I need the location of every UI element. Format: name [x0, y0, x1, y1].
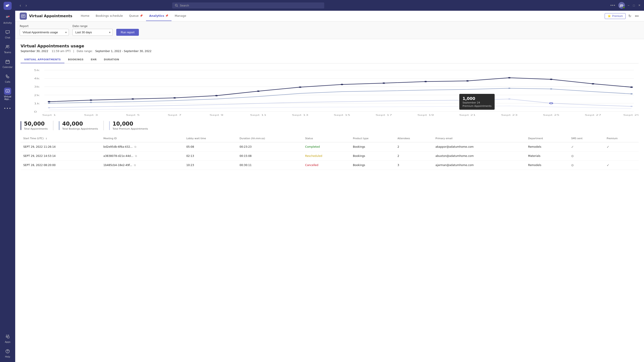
sidebar-label-apps: Apps: [5, 341, 10, 343]
tab-bookings[interactable]: BOOKINGS: [64, 56, 87, 63]
svg-text:5k: 5k: [34, 69, 40, 71]
svg-point-52: [592, 83, 594, 84]
queue-pin-icon: 📌: [140, 14, 143, 17]
more-options-button[interactable]: •••: [610, 2, 616, 8]
nav-item-analytics[interactable]: Analytics 📌: [146, 11, 172, 21]
minimize-button[interactable]: −: [627, 3, 630, 8]
sidebar-item-apps[interactable]: Apps: [0, 331, 15, 345]
copy-icon-3[interactable]: ⧉: [134, 164, 136, 167]
sidebar-item-virtual-app[interactable]: Virtual App...: [0, 86, 15, 102]
report-label: Report: [20, 24, 69, 28]
svg-point-39: [48, 101, 50, 102]
calendar-icon: [4, 58, 11, 65]
col-lobby-wait: Lobby wait time: [184, 135, 237, 142]
cell-premium: [604, 151, 639, 161]
cell-meeting-id: bd2e95db-6f6a-432... ⧉: [100, 142, 184, 151]
svg-point-57: [550, 88, 552, 90]
cell-status: Cancelled: [302, 161, 350, 170]
cell-sms-sent: ⊙: [568, 161, 604, 170]
cell-meeting-id: a3838078-d21x-44d... ⧉: [100, 151, 184, 161]
col-start-time[interactable]: Start Time (UTC) ↓: [20, 135, 100, 142]
maximize-button[interactable]: □: [632, 3, 636, 8]
content-area: Virtual Appointments Home Bookings sched…: [15, 11, 644, 362]
forward-button[interactable]: ›: [24, 2, 28, 9]
search-input[interactable]: [180, 4, 322, 7]
header-more-button[interactable]: •••: [634, 13, 640, 19]
svg-point-51: [550, 79, 552, 80]
svg-text:Sept 3: Sept 3: [84, 114, 98, 116]
stat-item-premium: 10,000 Total Premium Appointments: [109, 121, 154, 130]
stat-bar-total: [20, 121, 21, 130]
cell-meeting-id: 1b485cb4-18e2-49f... ⧉: [100, 161, 184, 170]
search-input-wrapper: [172, 2, 324, 8]
cell-duration: 00:30:11: [237, 161, 302, 170]
sidebar-item-more[interactable]: •••: [0, 103, 15, 114]
stat-value-bookings: 40,000: [62, 121, 98, 127]
date-range-select[interactable]: Last 30 days: [72, 29, 113, 36]
cell-product-type: Bookings: [350, 161, 395, 170]
cell-start-time: SEPT 29, 2022 11:26:14: [20, 142, 100, 151]
cell-attendees: 3: [395, 161, 433, 170]
report-control-group: Report Virtual Appointments usage ▾: [20, 24, 69, 36]
premium-button[interactable]: ⭐ Premium: [605, 13, 626, 19]
sidebar-label-help: Help: [5, 356, 10, 358]
stat-value-total: 50,000: [24, 121, 48, 127]
svg-point-60: [508, 98, 510, 100]
nav-item-bookings-schedule[interactable]: Bookings schedule: [92, 11, 126, 21]
svg-text:0: 0: [34, 111, 37, 113]
analytics-pin-icon: 📌: [165, 14, 168, 17]
svg-text:Sept 11: Sept 11: [250, 114, 266, 116]
svg-point-59: [48, 107, 50, 108]
col-attendees: Attendees: [395, 135, 433, 142]
stat-bar-premium: [109, 121, 110, 130]
svg-point-42: [173, 97, 176, 98]
col-status: Status: [302, 135, 350, 142]
chart-tabs: VIRTUAL APPOINTMENTS BOOKINGS EHR DURATI…: [20, 56, 639, 63]
back-button[interactable]: ‹: [18, 2, 23, 9]
close-button[interactable]: ×: [638, 2, 641, 8]
tab-ehr[interactable]: EHR: [87, 56, 100, 63]
stat-label-total: Total Appointments: [24, 127, 48, 130]
report-meta: September 30, 2022 11:59 am (PT) | Date …: [20, 50, 639, 53]
report-select[interactable]: Virtual Appointments usage: [20, 29, 69, 36]
cell-attendees: 2: [395, 142, 433, 151]
refresh-button[interactable]: ↻: [628, 13, 632, 19]
tab-virtual-appointments[interactable]: VIRTUAL APPOINTMENTS: [20, 56, 64, 63]
copy-icon-1[interactable]: ⧉: [134, 145, 136, 148]
chart-container: 5k 4k 3k 2k 1k 0 Sept 1 Sept 3 Sept 5: [20, 67, 639, 116]
avatar-wrapper[interactable]: JD: [618, 2, 625, 9]
sidebar-item-teams[interactable]: Teams: [0, 41, 15, 55]
teams-logo[interactable]: [4, 2, 12, 10]
nav-item-home[interactable]: Home: [78, 11, 92, 21]
svg-text:Sept 27: Sept 27: [585, 114, 601, 116]
sidebar-item-help[interactable]: Help: [0, 346, 15, 360]
app-header: Virtual Appointments Home Bookings sched…: [15, 11, 644, 21]
table-container: Start Time (UTC) ↓ Meeting ID Lobby wait…: [20, 135, 639, 170]
svg-text:4k: 4k: [34, 77, 40, 80]
date-range-select-wrapper: Last 30 days ▾: [72, 29, 113, 36]
svg-point-47: [382, 82, 385, 84]
cell-start-time: SEPT 28, 2022 08:20:00: [20, 161, 100, 170]
stat-content-bookings: 40,000 Total Bookings Appointments: [62, 121, 98, 130]
nav-item-queue[interactable]: Queue 📌: [126, 11, 146, 21]
nav-item-manage[interactable]: Manage: [172, 11, 190, 21]
col-premium: Premium: [604, 135, 639, 142]
chart-svg: 5k 4k 3k 2k 1k 0 Sept 1 Sept 3 Sept 5: [20, 67, 639, 116]
copy-icon-2[interactable]: ⧉: [135, 154, 137, 158]
svg-point-43: [215, 95, 218, 96]
col-duration: Duration (hh:mm:ss): [237, 135, 302, 142]
table-row: SEPT 29, 2022 11:26:14 bd2e95db-6f6a-432…: [20, 142, 639, 151]
sort-icon: ↓: [46, 137, 47, 140]
svg-point-48: [424, 81, 427, 82]
table-header: Start Time (UTC) ↓ Meeting ID Lobby wait…: [20, 135, 639, 142]
svg-point-41: [131, 98, 134, 100]
sidebar-item-calendar[interactable]: Calendar: [0, 56, 15, 70]
sidebar-item-calls[interactable]: Calls: [0, 71, 15, 85]
stat-value-premium: 10,000: [112, 121, 148, 127]
tab-duration[interactable]: DURATION: [100, 56, 123, 63]
sidebar-item-activity[interactable]: Activity: [0, 12, 15, 26]
sidebar-item-chat[interactable]: Chat: [0, 27, 15, 41]
run-report-button[interactable]: Run report: [116, 29, 139, 36]
cell-email: ajarman@adatumhome.com: [433, 161, 526, 170]
svg-text:Sept 1: Sept 1: [42, 114, 56, 116]
